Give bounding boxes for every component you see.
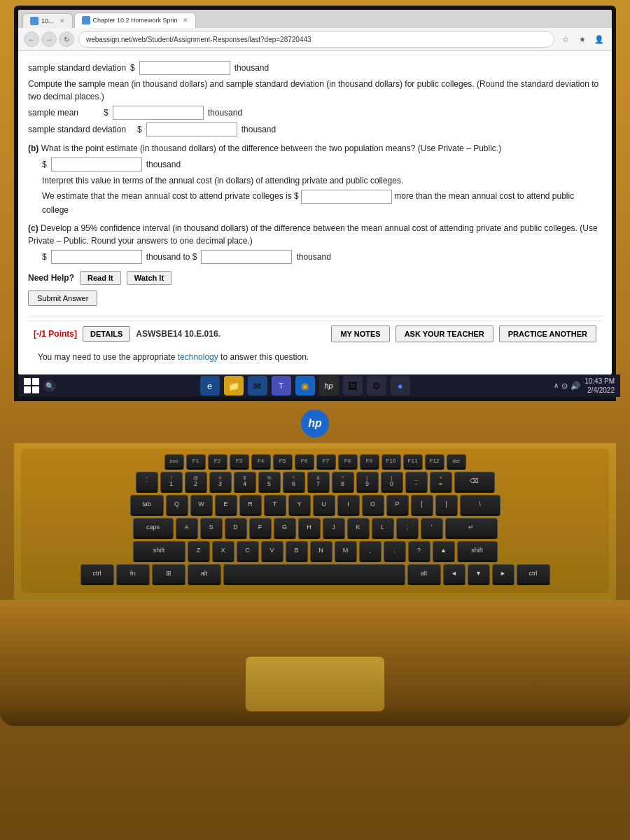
ask-teacher-button[interactable]: ASK YOUR TEACHER [396, 326, 493, 342]
key-u[interactable]: U [313, 495, 335, 516]
key-h[interactable]: H [298, 518, 321, 539]
key-right[interactable]: ► [492, 564, 514, 585]
address-input[interactable] [78, 31, 554, 48]
key-alt-right[interactable]: alt [407, 564, 441, 585]
key-slash[interactable]: ? [408, 541, 430, 562]
key-f12[interactable]: F12 [425, 454, 444, 470]
tab-close-active[interactable]: ✕ [183, 17, 188, 24]
key-up[interactable]: ▲ [433, 541, 455, 562]
key-f9[interactable]: F9 [360, 454, 379, 470]
key-z[interactable]: Z [188, 541, 210, 562]
key-d[interactable]: D [225, 518, 247, 539]
key-esc[interactable]: esc [164, 454, 184, 470]
inactive-tab[interactable]: 10... ✕ [22, 13, 73, 28]
taskbar-app-edge[interactable]: e [200, 376, 220, 396]
chevron-icon[interactable]: ∧ [554, 382, 559, 391]
taskbar-app-photos[interactable]: 🖼 [343, 376, 363, 396]
forward-button[interactable]: → [41, 31, 57, 47]
public-std-input[interactable] [146, 122, 237, 136]
key-f3[interactable]: F3 [230, 454, 249, 470]
key-f6[interactable]: F6 [295, 454, 314, 470]
key-j[interactable]: J [323, 518, 345, 539]
key-semicolon[interactable]: ; [396, 518, 419, 539]
key-f2[interactable]: F2 [208, 454, 227, 470]
key-f10[interactable]: F10 [382, 454, 401, 470]
key-1[interactable]: !1 [160, 472, 183, 493]
key-space[interactable] [223, 564, 405, 585]
key-9[interactable]: (9 [356, 472, 379, 493]
key-period[interactable]: . [384, 541, 406, 562]
key-equals[interactable]: += [430, 472, 452, 493]
active-tab[interactable]: Chapter 10.2 Homework Spring ✕ [74, 13, 196, 28]
key-i[interactable]: I [337, 495, 360, 516]
key-alt-left[interactable]: alt [188, 564, 221, 585]
key-t[interactable]: T [264, 495, 286, 516]
key-f11[interactable]: F11 [403, 454, 423, 470]
key-x[interactable]: X [212, 541, 234, 562]
taskbar-app-hp[interactable]: hp [319, 376, 339, 396]
key-7[interactable]: &7 [307, 472, 330, 493]
key-8[interactable]: *8 [332, 472, 354, 493]
key-backslash[interactable]: \ [460, 495, 500, 516]
key-v[interactable]: V [261, 541, 284, 562]
key-f5[interactable]: F5 [273, 454, 293, 470]
user-icon[interactable]: 👤 [592, 32, 606, 46]
tab-close-inactive[interactable]: ✕ [59, 18, 65, 24]
key-4[interactable]: $4 [234, 472, 256, 493]
touchpad[interactable] [245, 656, 385, 712]
watch-it-button[interactable]: Watch It [127, 271, 172, 285]
key-3[interactable]: #3 [209, 472, 232, 493]
submit-button[interactable]: Submit Answer [28, 290, 97, 306]
part-b-interpret-input[interactable] [301, 190, 392, 204]
key-backspace[interactable]: ⌫ [454, 472, 495, 493]
wifi-icon[interactable]: ⊙ [561, 382, 568, 391]
key-y[interactable]: Y [288, 495, 311, 516]
key-f7[interactable]: F7 [316, 454, 336, 470]
windows-logo[interactable] [24, 378, 39, 393]
key-k[interactable]: K [347, 518, 370, 539]
key-g[interactable]: G [274, 518, 296, 539]
key-shift-left[interactable]: shift [133, 541, 186, 562]
key-tab[interactable]: tab [130, 495, 164, 516]
part-c-input-from[interactable] [51, 250, 142, 264]
refresh-button[interactable]: ↻ [59, 31, 74, 47]
key-left[interactable]: ◄ [443, 564, 465, 585]
search-icon[interactable]: 🔍 [43, 379, 56, 392]
taskbar-app-settings[interactable]: ⚙ [367, 376, 386, 396]
taskbar-app-chrome[interactable]: ● [391, 376, 410, 396]
key-p[interactable]: P [386, 495, 409, 516]
volume-icon[interactable]: 🔊 [570, 382, 580, 391]
taskbar-app-browser[interactable]: ◉ [295, 376, 315, 396]
key-rbracket[interactable]: ] [435, 495, 458, 516]
details-button[interactable]: DETAILS [83, 326, 130, 342]
bookmark-icon[interactable]: ☆ [559, 32, 573, 46]
key-o[interactable]: O [362, 495, 384, 516]
key-down[interactable]: ▼ [468, 564, 490, 585]
key-lbracket[interactable]: [ [411, 495, 433, 516]
public-mean-input[interactable] [113, 106, 204, 120]
key-enter[interactable]: ↵ [445, 518, 498, 539]
key-2[interactable]: @2 [185, 472, 207, 493]
key-e[interactable]: E [215, 495, 237, 516]
key-c[interactable]: C [237, 541, 259, 562]
key-win[interactable]: ⊞ [152, 564, 186, 585]
key-del[interactable]: del [447, 454, 466, 470]
key-w[interactable]: W [190, 495, 213, 516]
key-f4[interactable]: F4 [251, 454, 271, 470]
key-caps[interactable]: caps [133, 518, 174, 539]
key-l[interactable]: L [372, 518, 394, 539]
key-shift-right[interactable]: shift [457, 541, 498, 562]
key-q[interactable]: Q [166, 495, 188, 516]
key-ctrl-right[interactable]: ctrl [517, 564, 550, 585]
key-quote[interactable]: ' [421, 518, 443, 539]
read-it-button[interactable]: Read It [80, 271, 121, 285]
key-minus[interactable]: _- [405, 472, 428, 493]
key-f[interactable]: F [249, 518, 272, 539]
taskbar-app-explorer[interactable]: 📁 [224, 376, 244, 396]
key-fn[interactable]: fn [116, 564, 150, 585]
key-s[interactable]: S [200, 518, 223, 539]
practice-another-button[interactable]: PRACTICE ANOTHER [499, 326, 596, 342]
key-ctrl-left[interactable]: ctrl [80, 564, 114, 585]
key-backtick[interactable]: ~` [136, 472, 158, 493]
key-a[interactable]: A [176, 518, 198, 539]
